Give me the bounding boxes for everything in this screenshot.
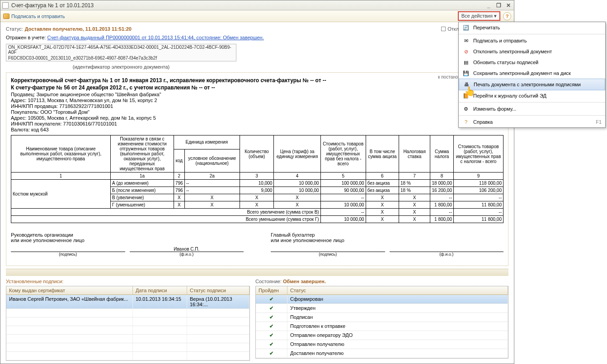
table-row[interactable]	[6, 343, 249, 352]
document-id-box: ON_KORSFAKT_2AL-072D7074-1E27-465A-A75E-…	[6, 44, 236, 61]
table-row[interactable]	[6, 352, 249, 360]
status-label: Статус:	[6, 26, 23, 32]
seller-inn: ИНН/КПП продавца: 7718632922/771801001	[11, 103, 503, 109]
state-row[interactable]: ✔Доставлен получателю	[256, 349, 508, 358]
minimize-button[interactable]: _	[485, 2, 492, 9]
check-icon: ✔	[256, 349, 287, 358]
menu-update-status[interactable]: ▤Обновить статусы подписей	[459, 57, 605, 68]
list-icon: ▤	[462, 59, 470, 66]
close-button[interactable]: ✕	[505, 2, 512, 9]
sig-acc-role: Главный бухгалтер	[271, 232, 503, 238]
currency: Валюта: код 643	[11, 127, 503, 132]
col-status[interactable]: Статус подписи	[187, 286, 249, 294]
doc-id-line1: ON_KORSFAKT_2AL-072D7074-1E27-465A-A75E-…	[6, 44, 236, 55]
context-menu: 🔄Перечитать ✉Подписать и отправить ⊘Откл…	[458, 22, 606, 128]
table-row[interactable]	[6, 309, 249, 317]
window-icon	[2, 2, 9, 9]
checkbox-icon[interactable]	[441, 27, 446, 31]
ledger-label: Отражен в учете:	[6, 35, 46, 40]
document-preview: к постановлению Правительств Корректиров…	[6, 72, 508, 266]
check-icon: ✔	[256, 322, 287, 331]
help-button[interactable]: ?	[503, 12, 511, 20]
buyer: Покупатель: ООО "Торговый Дом"	[11, 109, 503, 115]
state-row[interactable]: ✔Отправлен получателю	[256, 340, 508, 349]
state-label: Состояние:	[255, 279, 282, 284]
state-row[interactable]: ✔Утвержден	[256, 304, 508, 313]
check-icon: ✔	[256, 304, 287, 313]
seller: Продавец: Закрытое акционерное общество …	[11, 92, 503, 97]
check-icon: ✔	[256, 331, 287, 340]
col-date[interactable]: Дата подписи	[133, 286, 187, 294]
sign-and-send-label: Подписать и отправить	[11, 14, 65, 19]
ledger-link[interactable]: Счет-фактура выданный ПР0000000001 от 10…	[47, 35, 264, 40]
sig-head-or: или иное уполномоченное лицо	[11, 238, 244, 243]
doc-id-caption: (идентификатор электронного документа)	[6, 64, 236, 70]
sig-head-role: Руководитель организации	[11, 232, 244, 238]
table-row[interactable]	[6, 335, 249, 343]
menu-change-form[interactable]: ⚙Изменить форму...	[459, 103, 605, 114]
toolbar: Подписать и отправить Все действия ▾ ?	[0, 10, 514, 22]
menu-print-signed[interactable]: 🖶Печать документа с электронными подпися…	[459, 79, 605, 90]
signatures-grid: Кому выдан сертификат Дата подписи Стату…	[6, 286, 250, 361]
invoice-table: Наименование товара (описание выполненны…	[11, 135, 503, 223]
save-icon: 💾	[462, 70, 470, 77]
col-cert[interactable]: Кому выдан сертификат	[6, 286, 133, 294]
restore-button[interactable]: ❐	[495, 2, 502, 9]
help-icon: ?	[462, 118, 470, 126]
table-row[interactable]	[6, 317, 249, 326]
menu-save-disk[interactable]: 💾Сохранить электронный документ на диск	[459, 68, 605, 79]
window-title: Счет-фактура № 1 от 10.01.2013	[11, 2, 94, 9]
cursor-icon: 👆	[464, 86, 475, 97]
titlebar: Счет-фактура № 1 от 10.01.2013 _ ❐ ✕	[0, 0, 514, 10]
stop-icon: ⊘	[462, 48, 470, 55]
horizontal-scrollbar[interactable]	[6, 269, 508, 276]
state-row[interactable]: ✔Сформирован	[256, 295, 508, 304]
check-icon: ✔	[256, 295, 287, 303]
states-grid: Пройден Статус ✔Сформирован✔Утвержден✔По…	[255, 286, 508, 359]
menu-reread[interactable]: 🔄Перечитать	[459, 22, 605, 33]
doc-title2: К счету-фактуре № 56 от 24 декабря 2012 …	[11, 84, 503, 91]
state-value: Обмен завершен.	[283, 279, 326, 284]
col-passed[interactable]: Пройден	[256, 286, 287, 294]
buyer-inn: ИНН/КПП покупателя: 7701030616/770101001	[11, 121, 503, 126]
refresh-icon: 🔄	[462, 24, 470, 31]
menu-help[interactable]: ?СправкаF1	[459, 117, 605, 127]
all-actions-button[interactable]: Все действия ▾	[458, 11, 500, 21]
state-row[interactable]: ✔Подписан	[256, 313, 508, 322]
buyer-address: Адрес: 105005, Москва г, Аптекарский пер…	[11, 115, 503, 121]
settings-icon: ⚙	[462, 105, 470, 112]
state-row[interactable]: ✔Отправлен оператору ЭДО	[256, 331, 508, 340]
sig-acc-or: или иное уполномоченное лицо	[271, 238, 503, 243]
signatures-title: Установленные подписи:	[6, 279, 250, 284]
envelope-icon	[3, 14, 9, 19]
doc-id-line2: F6DC8DC03-00001_20130110_e30271b8-6962-4…	[6, 55, 236, 61]
menu-reject[interactable]: ⊘Отклонить электронный документ	[459, 46, 605, 57]
sign-and-send-link[interactable]: Подписать и отправить	[3, 14, 65, 19]
check-icon: ✔	[256, 313, 287, 322]
col-state[interactable]: Статус	[287, 286, 508, 294]
envelope-icon: ✉	[462, 37, 470, 44]
state-row[interactable]: ✔Подготовлен к отправке	[256, 322, 508, 331]
doc-title1: Корректировочный счет-фактура № 1 от 10 …	[11, 77, 503, 84]
menu-sign-send[interactable]: ✉Подписать и отправить	[459, 35, 605, 46]
menu-event-log[interactable]: 📙Перейти к журналу событий ЭД	[459, 90, 605, 101]
check-icon: ✔	[256, 340, 287, 349]
table-row[interactable]	[6, 326, 249, 335]
seller-address: Адрес: 107113, Москва г, Маленковская ул…	[11, 98, 503, 103]
signature-row[interactable]: Иванов Сергей Петрович, ЗАО «Швейная фаб…	[6, 295, 249, 309]
status-value: Доставлен получателю, 11.01.2013 11:51:2…	[25, 26, 132, 32]
